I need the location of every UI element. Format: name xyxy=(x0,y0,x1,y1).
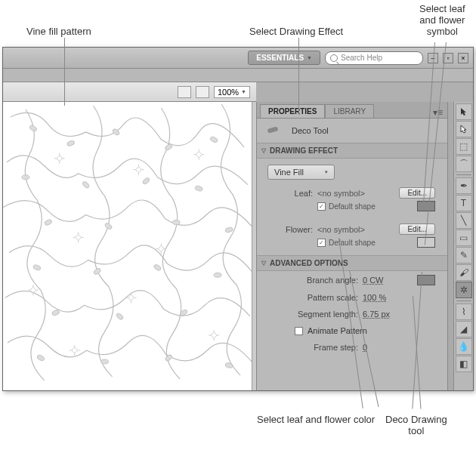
bone-tool[interactable]: ⌇ xyxy=(456,304,472,320)
pattern-scale-value[interactable]: 100 % xyxy=(363,293,386,302)
search-placeholder: Search Help xyxy=(341,54,382,62)
svg-point-9 xyxy=(44,219,53,227)
leaf-color-swatch[interactable] xyxy=(417,201,435,211)
line-tool[interactable]: ╲ xyxy=(456,212,472,229)
close-button[interactable]: × xyxy=(458,53,468,63)
eraser-tool[interactable]: ◧ xyxy=(456,356,472,372)
symbol-icon[interactable] xyxy=(196,86,209,98)
flower-edit-button[interactable]: Edit... xyxy=(399,223,435,235)
svg-point-22 xyxy=(165,353,173,362)
svg-point-17 xyxy=(51,310,60,316)
search-icon xyxy=(330,54,338,62)
svg-point-0 xyxy=(29,125,38,132)
svg-point-18 xyxy=(116,313,124,321)
tool-name: Deco Tool xyxy=(292,126,329,135)
chevron-down-icon: ▼ xyxy=(241,89,246,94)
svg-point-4 xyxy=(209,136,218,143)
subselection-tool[interactable] xyxy=(456,121,472,137)
triangle-down-icon: ▽ xyxy=(261,147,266,154)
leaf-default-checkbox[interactable]: ✓ xyxy=(317,202,326,211)
search-input[interactable]: Search Help xyxy=(325,51,423,65)
selection-tool[interactable] xyxy=(456,103,472,120)
svg-point-1 xyxy=(66,140,75,146)
effect-value: Vine Fill xyxy=(274,168,304,177)
annotation-select-color: Select leaf and flower color xyxy=(257,414,375,425)
section-advanced-options[interactable]: ▽ ADVANCED OPTIONS xyxy=(257,255,447,271)
effect-dropdown[interactable]: Vine Fill ▾ xyxy=(267,165,335,180)
svg-point-6 xyxy=(82,180,90,189)
svg-point-15 xyxy=(153,264,162,271)
triangle-down-icon: ▽ xyxy=(261,260,266,267)
animate-checkbox[interactable] xyxy=(295,327,303,335)
svg-point-8 xyxy=(195,185,203,191)
deco-tool[interactable]: ✲ xyxy=(456,282,472,298)
pencil-tool[interactable]: ✎ xyxy=(456,247,472,264)
svg-point-10 xyxy=(104,222,113,230)
zoom-value: 100% xyxy=(218,88,239,97)
deco-tool-icon xyxy=(267,125,284,137)
flower-value: <no symbol> xyxy=(317,225,365,234)
paint-bucket-tool[interactable]: ◢ xyxy=(456,321,472,338)
flower-default-label: Default shape xyxy=(329,239,376,247)
stage-area xyxy=(3,102,256,390)
canvas[interactable] xyxy=(3,102,252,390)
scene-icon[interactable] xyxy=(178,86,191,98)
leaf-default-label: Default shape xyxy=(329,202,376,211)
annotation-deco-tool: Deco Drawing tool xyxy=(385,414,447,436)
properties-panel: PROPERTIES LIBRARY ▾≡ Deco Tool ▽ DRAWIN… xyxy=(256,102,447,390)
branch-angle-value[interactable]: 0 CW xyxy=(363,276,384,285)
collapsed-dock[interactable] xyxy=(447,102,453,390)
eyedropper-tool[interactable]: 💧 xyxy=(456,338,472,355)
chevron-down-icon: ▼ xyxy=(307,55,312,60)
svg-point-7 xyxy=(142,177,150,185)
svg-point-23 xyxy=(224,362,233,368)
svg-point-16 xyxy=(214,273,221,277)
segment-length-label: Segment length: xyxy=(267,310,358,319)
svg-point-14 xyxy=(93,267,102,276)
annotation-vine-fill: Vine fill pattern xyxy=(26,26,91,37)
zoom-select[interactable]: 100% ▼ xyxy=(214,86,250,98)
svg-point-5 xyxy=(22,175,29,180)
segment-length-value[interactable]: 6.75 px xyxy=(363,310,390,319)
brush-tool[interactable]: 🖌 xyxy=(456,264,472,281)
section-label: ADVANCED OPTIONS xyxy=(270,259,348,267)
flower-label: Flower: xyxy=(267,225,313,234)
section-label: DRAWING EFFECT xyxy=(270,146,338,155)
svg-point-13 xyxy=(32,264,41,271)
tools-panel: ⬚ ⌒ ✒ T ╲ ▭ ✎ 🖌 ✲ ⌇ ◢ 💧 ◧ xyxy=(453,102,473,390)
pen-tool[interactable]: ✒ xyxy=(456,177,472,194)
workspace-switcher[interactable]: ESSENTIALS ▼ xyxy=(248,51,320,65)
flower-default-checkbox[interactable]: ✓ xyxy=(317,239,326,247)
svg-point-20 xyxy=(36,354,45,362)
annotation-select-effect: Select Drawing Effect xyxy=(249,26,343,37)
branch-color-swatch[interactable] xyxy=(417,275,435,285)
menu-bar xyxy=(3,69,473,82)
section-drawing-effect[interactable]: ▽ DRAWING EFFECT xyxy=(257,143,447,159)
lasso-tool[interactable]: ⌒ xyxy=(456,156,472,172)
tool-identifier: Deco Tool xyxy=(257,119,447,143)
leaf-label: Leaf: xyxy=(267,189,313,198)
document-toolbar: 100% ▼ xyxy=(3,82,256,102)
tab-properties[interactable]: PROPERTIES xyxy=(260,104,325,118)
animate-label: Animate Pattern xyxy=(308,326,367,335)
chevron-down-icon: ▾ xyxy=(325,169,328,175)
leaf-value: <no symbol> xyxy=(317,189,365,198)
text-tool[interactable]: T xyxy=(456,195,472,211)
pattern-scale-label: Pattern scale: xyxy=(267,293,358,302)
app-toolbar: ESSENTIALS ▼ Search Help – ▫ × xyxy=(3,48,473,69)
frame-step-label: Frame step: xyxy=(267,343,358,352)
annotation-select-symbol: Select leaf and flower symbol xyxy=(419,3,465,37)
panel-tabs: PROPERTIES LIBRARY ▾≡ xyxy=(257,102,447,119)
svg-point-12 xyxy=(224,227,233,233)
flower-color-swatch[interactable] xyxy=(417,237,435,248)
svg-point-21 xyxy=(101,359,109,364)
rectangle-tool[interactable]: ▭ xyxy=(456,230,472,246)
app-window: ESSENTIALS ▼ Search Help – ▫ × 100% ▼ xyxy=(2,47,474,391)
vine-pattern xyxy=(3,102,252,388)
workspace-label: ESSENTIALS xyxy=(256,54,304,62)
free-transform-tool[interactable]: ⬚ xyxy=(456,138,472,155)
tab-library[interactable]: LIBRARY xyxy=(325,104,374,118)
svg-point-11 xyxy=(172,220,180,225)
